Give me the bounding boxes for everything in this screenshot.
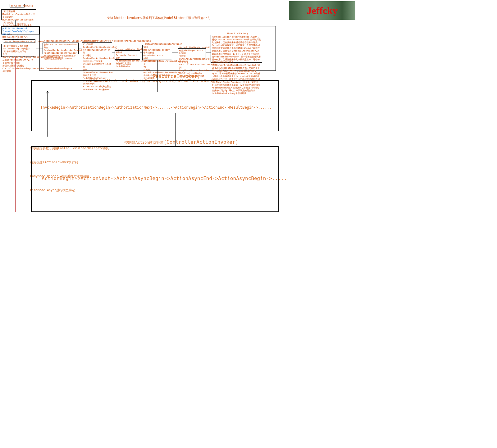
l2: 通过CreateBinderCoreUncached方法添加实现到方案中，正在具… — [212, 38, 261, 64]
box-invoker-factory-invoke: MvcActionInvokerFactory.Invoke — [4, 39, 35, 43]
l1: 获取IActionInvokerProvider集合 — [44, 43, 77, 49]
box-code: public IActionResult Index([FromBody]Emp… — [1, 26, 39, 34]
l2: ControllerActionInvokerProviderProvider — [44, 49, 77, 52]
box-binding-metadata: 创建BindingMetadata时调用 先获取BindingSourceMet… — [178, 48, 206, 60]
box-parameter-binder: 实例化ParameterContext 调用 ModelBinderFactor… — [115, 50, 140, 60]
l4: (3)实例化与绑定中了什么描给， — [83, 63, 111, 69]
big-title: 创建IActionInvoker也就拿到了具体的ModelBinder并添加到缓… — [107, 16, 210, 20]
l2: 调用 — [116, 57, 139, 60]
l1: (1)看注册需要，都开具体ActionDescriptor的缓存 — [2, 45, 35, 50]
box-services-addmvc: services.AddMvc() — [10, 4, 25, 7]
l4: ActionInvokerProvider那个先调用结束后再返回Invoker — [44, 55, 77, 60]
code-l2: { — [2, 36, 38, 38]
l4: 若缓存上面委托则通过 — [2, 65, 35, 67]
l3: (2)通过ControllerActionInvokerCache来查找部一二来… — [83, 54, 111, 63]
l1: 来到ModelBinderFactory初始model来调用， — [212, 36, 261, 38]
l1: 实例化ParameterContext — [116, 51, 139, 57]
l4: 好好获取实现的ModelBinder — [116, 62, 139, 68]
line1: (1)获取实现MvcOptionsProvider集合，这是最关键的MvcCor… — [2, 10, 35, 21]
box-cache-result: (1)看注册需要，都开具体ActionDescriptor的缓存 (2)若未注册… — [1, 44, 36, 57]
title: MvcActionInvokerFactory.Invoke — [5, 40, 44, 43]
watermark-image: Jeffcky — [289, 1, 355, 20]
controller-title1: 控制器Action过滤管道 — [124, 140, 164, 145]
box-modelbind-factory: 来到ModelBinderFactory初始model来调用， 通过Create… — [211, 35, 262, 63]
l2: 先获取BindingSourceMetadataProvider集合调用Cont… — [179, 55, 205, 72]
code-l1: public IActionResult Index([FromBody]Emp… — [2, 27, 34, 35]
box-action-invoker-factory: 获取IActionInvokerProvider集合 ControllerAct… — [43, 43, 79, 54]
l3: PageActionInvokerProvider — [44, 52, 77, 55]
l3: 通过ControllerActionInvokerCache.GetCached… — [2, 53, 35, 64]
controller-title2: （ControllerActionInvoker） — [162, 139, 240, 146]
l1: 创建BindingMetadata时调用 — [179, 49, 205, 55]
l2: GetBindMetadata — [144, 54, 171, 57]
title: services.AddMvc() — [11, 5, 33, 7]
pipeline1: InvokeBegin->AuthorizationBegin->Authori… — [40, 105, 271, 110]
box-metadata-provider: 调用ModelMetadataFactory中方法创建 GetBindMetad… — [142, 45, 172, 60]
box-controller-invoker-provider: (1)先判断ControllerActionDescriptor 的Action… — [82, 42, 112, 62]
l4: 判 — [144, 66, 171, 69]
l3: 到因GetBinderForModelMetadataFactory发 — [144, 57, 171, 66]
l1: (1)先判断ControllerActionDescriptor — [83, 43, 111, 49]
note-out: 完成请求 — [17, 23, 26, 25]
l5: 来到ControllerActionInvoker — [83, 69, 111, 74]
l2: (2)若未注册则就如下走 — [2, 50, 35, 53]
l5: ControllerBinderDelegateProvider.CreateB… — [2, 67, 35, 73]
resource-title2: （ResourceInvoker） — [148, 73, 203, 80]
l3: ModelBinderFactory.CreateBinder — [116, 60, 139, 62]
box-mvc-options: (1)获取实现MvcOptionsProvider集合，这是最关键的MvcCor… — [1, 9, 36, 20]
l1: 调用ModelMetadataFactory中方法创建 — [144, 46, 171, 54]
l2: 的ActionDescriptor不对劲 — [83, 49, 111, 54]
pipeline2: ActionBegin->ActionNext->ActionAsyncBegi… — [42, 175, 287, 182]
